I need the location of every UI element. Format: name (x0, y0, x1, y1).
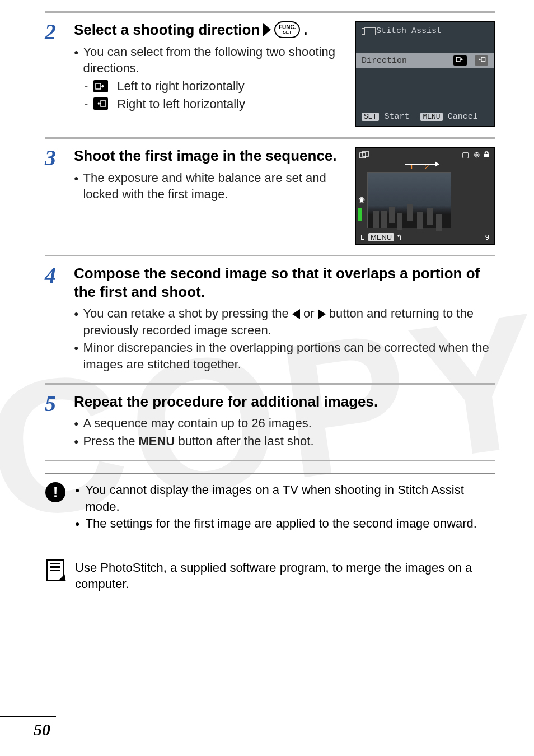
period: . (303, 21, 307, 39)
step-2-bullet: You can select from the following two sh… (74, 44, 344, 77)
flash-icon: ◉ (358, 195, 365, 204)
svg-rect-1 (101, 101, 106, 106)
menu-pill: MENU (420, 113, 442, 121)
warn-text-1: You cannot display the images on a TV wh… (85, 482, 495, 515)
step-2-title-text: Select a shooting direction (74, 21, 260, 39)
left-arrow-button-icon (292, 309, 300, 319)
info-text: Use PhotoStitch, a supplied software pro… (75, 559, 495, 592)
step-2-screenshot: Stitch Assist Direction (355, 21, 495, 127)
step-3-title: Shoot the first image in the sequence. (74, 147, 344, 165)
page-content: 2 Select a shooting direction FUNC. SET … (0, 0, 534, 600)
l-label: L (360, 233, 364, 241)
left-to-right-icon (93, 80, 108, 92)
set-pill: SET (362, 113, 379, 121)
direction-ltr-icon (453, 55, 467, 66)
lcd-title: Stitch Assist (376, 26, 442, 36)
document-icon (46, 559, 64, 581)
right-arrow-button-icon (318, 309, 326, 319)
step-3-screenshot: ▢ ⊛ 🔒︎ 12 ◉ L MENU ↰ 9 (355, 147, 495, 245)
svg-rect-0 (96, 83, 101, 89)
step-2: 2 Select a shooting direction FUNC. SET … (45, 11, 495, 139)
info-note: Use PhotoStitch, a supplied software pro… (45, 552, 495, 600)
page-number: 50 (34, 720, 50, 739)
start-label: Start (384, 112, 409, 122)
right-to-left-icon (93, 97, 108, 110)
step-3: 3 Shoot the first image in the sequence.… (45, 137, 495, 256)
step-number: 5 (45, 393, 64, 450)
step-5-title: Repeat the procedure for additional imag… (74, 393, 495, 411)
step-5: 5 Repeat the procedure for additional im… (45, 383, 495, 462)
func-set-button-icon: FUNC. SET (274, 21, 300, 38)
count-label: 9 (485, 233, 489, 241)
warning-icon: ! (45, 482, 65, 502)
sequence-arrow-icon (405, 164, 439, 165)
step-number: 3 (45, 147, 64, 245)
focus-bar-icon (358, 208, 362, 221)
cancel-label: Cancel (448, 112, 478, 122)
step-3-bullet: The exposure and white balance are set a… (74, 170, 344, 203)
svg-rect-3 (481, 57, 485, 62)
warning-note: ! You cannot display the images on a TV … (45, 473, 495, 540)
direction-rtl-icon (475, 55, 488, 66)
page-footer-line (0, 716, 56, 717)
step-4-bullet-2: Minor discrepancies in the overlapping p… (74, 339, 495, 372)
svg-rect-2 (456, 57, 460, 62)
step-4: 4 Compose the second image so that it ov… (45, 255, 495, 385)
status-icons: ▢ ⊛ 🔒︎ (462, 150, 490, 161)
back-arrow-icon: ↰ (396, 233, 402, 241)
step-number: 4 (45, 264, 64, 373)
preview-image (367, 172, 451, 228)
step-2-sub1: Left to right horizontally (84, 78, 344, 95)
warn-text-2: The settings for the first image are app… (85, 515, 477, 532)
stitch-mode-icon (359, 150, 371, 161)
stitch-assist-icon (362, 28, 372, 35)
lcd-direction-label: Direction (362, 56, 407, 66)
step-4-title: Compose the second image so that it over… (74, 264, 495, 301)
step-5-bullet-1: A sequence may contain up to 26 images. (74, 415, 495, 432)
step-2-title: Select a shooting direction FUNC. SET . (74, 21, 344, 39)
step-2-sub2: Right to left horizontally (84, 96, 344, 113)
step-5-bullet-2: Press the MENU button after the last sho… (74, 433, 495, 450)
step-number: 2 (45, 21, 64, 127)
triangle-right-icon (263, 23, 271, 36)
step-4-bullet-1: You can retake a shot by pressing the or… (74, 305, 495, 338)
menu-pill-2: MENU (368, 233, 394, 241)
